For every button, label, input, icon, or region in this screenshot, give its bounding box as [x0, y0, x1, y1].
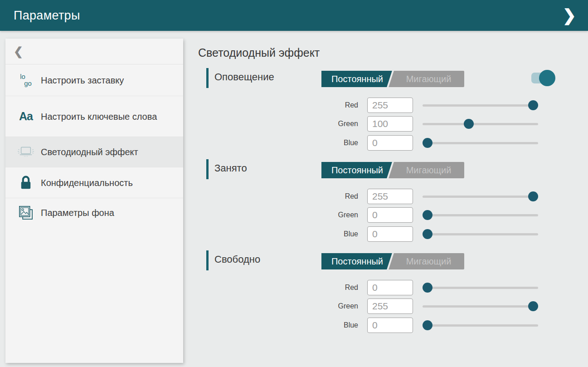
slider-track — [423, 214, 538, 216]
blue-slider[interactable] — [423, 318, 538, 333]
blue-slider[interactable] — [423, 135, 538, 151]
mode-option-blinking[interactable]: Мигающий — [393, 162, 464, 178]
sidebar-item-keywords[interactable]: Aa Настроить ключевые слова — [5, 96, 183, 137]
channel-row-red: Red — [206, 280, 551, 295]
mode-toggle: Мигающий Постоянный — [321, 253, 464, 269]
sidebar-item-label: Светодиодный эффект — [41, 146, 138, 158]
blue-value-input[interactable] — [367, 226, 413, 242]
section-accent-bar — [206, 159, 209, 179]
red-slider[interactable] — [423, 98, 538, 113]
channel-label: Green — [206, 207, 358, 223]
section-label: Занято — [214, 162, 247, 174]
mode-option-blinking[interactable]: Мигающий — [393, 253, 464, 269]
mode-option-constant[interactable]: Постоянный — [321, 71, 393, 87]
slider-thumb[interactable] — [423, 210, 432, 220]
slider-track — [423, 305, 538, 308]
blue-slider[interactable] — [423, 226, 538, 242]
background-images-icon — [15, 204, 36, 222]
sidebar-item-label: Конфиденциальность — [41, 177, 133, 189]
slider-thumb[interactable] — [528, 100, 538, 110]
channel-label: Red — [206, 189, 358, 204]
green-slider[interactable] — [423, 116, 538, 132]
slider-track — [423, 123, 538, 125]
green-value-input[interactable] — [367, 207, 413, 223]
channel-row-blue: Blue — [206, 226, 551, 242]
channel-label: Red — [206, 98, 358, 113]
channel-row-red: Red — [206, 98, 551, 113]
mode-option-constant[interactable]: Постоянный — [321, 253, 393, 269]
section-label: Оповещение — [214, 71, 274, 83]
mode-toggle: Мигающий Постоянный — [321, 71, 464, 87]
section-accent-bar — [206, 68, 209, 88]
sidebar-item-label: Настроить заставку — [41, 74, 124, 86]
sidebar-item-led-effect[interactable]: Светодиодный эффект — [5, 137, 183, 167]
green-slider[interactable] — [423, 298, 538, 314]
sidebar-item-screensaver[interactable]: logo Настроить заставку — [5, 64, 183, 96]
slider-track — [423, 287, 538, 289]
slider-track — [423, 142, 538, 144]
slider-track — [423, 104, 538, 107]
sidebar-item-background[interactable]: Параметры фона — [5, 198, 183, 227]
green-value-input[interactable] — [367, 116, 413, 132]
channel-label: Blue — [206, 318, 358, 333]
settings-sidebar: ❮ logo Настроить заставку Aa Настроить к… — [5, 39, 183, 363]
channel-label: Blue — [206, 135, 358, 151]
section-notification: Оповещение Мигающий Постоянный Red Green… — [206, 67, 551, 156]
logo-preview-icon: logo — [15, 73, 36, 87]
slider-thumb[interactable] — [423, 138, 432, 148]
section-label: Свободно — [214, 254, 260, 265]
green-value-input[interactable] — [367, 298, 413, 314]
enabled-switch[interactable] — [531, 73, 554, 83]
blue-value-input[interactable] — [367, 135, 413, 151]
red-value-input[interactable] — [367, 98, 413, 113]
mode-option-blinking[interactable]: Мигающий — [393, 71, 464, 87]
channel-row-red: Red — [206, 189, 551, 204]
blue-value-input[interactable] — [367, 318, 413, 333]
led-display-icon — [15, 144, 36, 160]
channel-row-green: Green — [206, 207, 551, 223]
channel-label: Blue — [206, 226, 358, 242]
switch-knob — [539, 70, 555, 86]
slider-thumb[interactable] — [464, 119, 474, 129]
channel-label: Green — [206, 298, 358, 314]
slider-thumb[interactable] — [423, 320, 432, 330]
channel-label: Green — [206, 116, 358, 132]
sidebar-item-label: Настроить ключевые слова — [41, 111, 157, 122]
section-free: Свободно Мигающий Постоянный Red Green B… — [206, 250, 551, 338]
mode-option-constant[interactable]: Постоянный — [321, 162, 393, 178]
red-slider[interactable] — [423, 189, 538, 204]
slider-track — [423, 233, 538, 235]
green-slider[interactable] — [423, 207, 538, 223]
channel-row-green: Green — [206, 298, 551, 314]
channel-row-blue: Blue — [206, 135, 551, 151]
slider-thumb[interactable] — [423, 229, 432, 239]
slider-thumb[interactable] — [423, 283, 432, 293]
section-accent-bar — [206, 250, 209, 270]
keywords-icon: Aa — [15, 110, 36, 123]
channel-label: Red — [206, 280, 358, 295]
sidebar-item-label: Параметры фона — [41, 207, 114, 219]
red-value-input[interactable] — [367, 189, 413, 204]
sidebar-item-privacy[interactable]: Конфиденциальность — [5, 167, 183, 198]
red-slider[interactable] — [423, 280, 538, 295]
app-header: Параметры ❯ — [0, 0, 588, 31]
slider-track — [423, 324, 538, 327]
slider-thumb[interactable] — [528, 301, 538, 311]
section-busy: Занято Мигающий Постоянный Red Green Blu… — [206, 158, 551, 247]
slider-thumb[interactable] — [528, 191, 538, 201]
mode-toggle: Мигающий Постоянный — [321, 162, 464, 178]
page-title: Параметры — [14, 9, 80, 23]
lock-icon — [15, 174, 36, 191]
content-title: Светодиодный эффект — [198, 46, 320, 59]
red-value-input[interactable] — [367, 280, 413, 295]
channel-row-green: Green — [206, 116, 551, 132]
channel-row-blue: Blue — [206, 318, 551, 333]
back-chevron-icon: ❮ — [14, 45, 23, 58]
forward-chevron-icon[interactable]: ❯ — [559, 5, 580, 26]
slider-track — [423, 196, 538, 198]
sidebar-collapse-button[interactable]: ❮ — [5, 39, 183, 64]
